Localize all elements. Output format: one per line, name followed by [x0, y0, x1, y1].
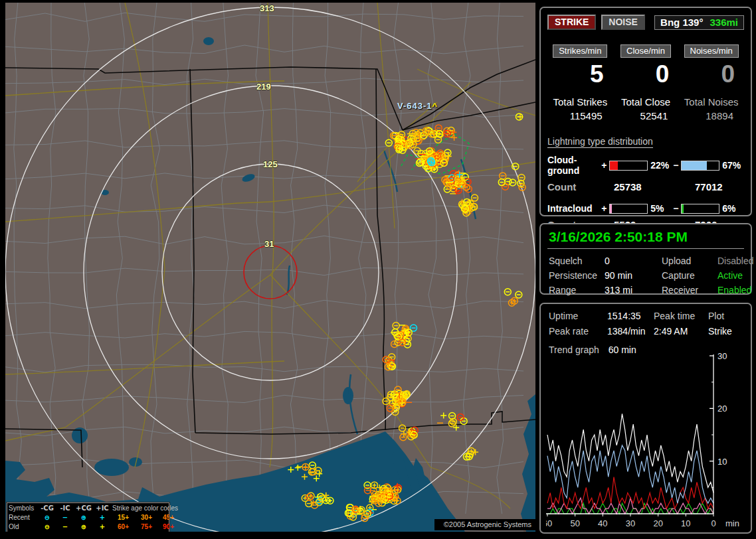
total-close-value: 52541 — [613, 110, 679, 121]
svg-text:30: 30 — [717, 352, 727, 361]
svg-text:20: 20 — [717, 404, 727, 414]
copyright-text: ©2005 Astrogenic Systems — [434, 519, 535, 530]
total-noises-value: 18894 — [678, 110, 744, 121]
noises-per-min-chip: Noises/min — [684, 44, 739, 58]
datetime-display: 3/16/2026 2:50:18 PM — [547, 228, 744, 249]
status-panel: 3/16/2026 2:50:18 PM Squelch 0 Upload Di… — [539, 223, 752, 295]
noise-button[interactable]: NOISE — [601, 15, 645, 30]
trend-series-red — [547, 477, 713, 509]
svg-text:10: 10 — [717, 457, 727, 467]
total-strikes-value: 115495 — [547, 110, 613, 121]
ic-minus-icon: − — [56, 523, 74, 530]
total-strikes-label: Total Strikes — [547, 96, 613, 108]
stats-panel: Uptime 1514:35 Peak time Plot Peak rate … — [539, 303, 752, 534]
total-close-label: Total Close — [613, 96, 679, 108]
strike-button[interactable]: STRIKE — [547, 15, 596, 30]
receiver-status: Enabled — [717, 285, 753, 295]
strikes-per-min-value: 5 — [547, 60, 613, 88]
svg-text:20: 20 — [653, 518, 662, 528]
strike-panel: STRIKE NOISE Bng 139° 336mi Strikes/min … — [539, 7, 752, 216]
trend-graph: 1020306050403020100min — [546, 352, 745, 530]
map-canvas[interactable]: 313 219 125 31 V-643-1^ Symbols -CG -IC … — [5, 3, 535, 532]
svg-text:10: 10 — [681, 518, 690, 528]
bearing-range: 336mi — [709, 17, 738, 28]
trend-series-blue — [547, 445, 713, 503]
intracloud-row: Intracloud + 5% − 6% — [547, 203, 744, 214]
capture-status: Active — [717, 270, 753, 281]
legend-old-row: Old ⊖ − ⊕ + 60+ 75+ 90+ — [7, 522, 169, 531]
bearing-readout: Bng 139° 336mi — [654, 15, 744, 30]
trend-series-white — [547, 414, 713, 493]
ic-plus-icon: + — [94, 523, 111, 530]
range-ring-label-313: 313 — [260, 3, 274, 13]
range-ring-label-31: 31 — [264, 239, 274, 249]
legend-symbols-title: Symbols — [9, 504, 38, 512]
cg-minus-bar — [681, 161, 719, 171]
cg-plus-icon: ⊕ — [74, 514, 94, 521]
svg-text:0: 0 — [711, 518, 715, 528]
svg-text:min: min — [725, 518, 739, 528]
trend-series-pink — [547, 498, 713, 514]
cg-minus-icon: ⊖ — [38, 523, 56, 530]
range-ring-label-219: 219 — [256, 82, 271, 92]
storm-cell-label: V-643-1^ — [397, 101, 438, 111]
cg-plus-icon: ⊕ — [74, 523, 94, 530]
cg-minus-icon: ⊖ — [38, 514, 56, 521]
svg-text:50: 50 — [570, 518, 579, 528]
peak-rate-value: 1384/min — [607, 326, 654, 337]
uptime-value: 1514:35 — [607, 311, 654, 321]
cloud-ground-row: Cloud-ground + 22% − 67% — [547, 155, 744, 176]
total-noises-label: Total Noises — [678, 96, 744, 108]
svg-text:30: 30 — [626, 518, 635, 528]
peak-time-value: 2:49 AM — [654, 326, 708, 337]
cg-plus-bar — [609, 161, 648, 171]
cloud-ground-counts: Count 25738 77012 — [547, 181, 744, 193]
svg-text:60: 60 — [546, 518, 552, 528]
upload-status: Disabled — [717, 256, 753, 266]
bearing-value: Bng 139° — [660, 17, 703, 28]
distribution-title: Lightning type distribution — [547, 136, 653, 148]
noises-per-min-value: 0 — [678, 60, 744, 88]
legend-header-row: Symbols -CG -IC +CG +IC Strike age color… — [7, 503, 169, 512]
map-legend: Symbols -CG -IC +CG +IC Strike age color… — [7, 502, 169, 532]
ic-plus-bar — [609, 204, 648, 214]
legend-recent-row: Recent ⊖ − ⊕ + 15+ 30+ 45+ — [7, 512, 169, 522]
ic-plus-icon: + — [94, 514, 111, 521]
plot-mode-value: Strike — [708, 326, 744, 337]
close-per-min-chip: Close/min — [620, 44, 671, 58]
app-window: { "map": { "copyright": "©2005 Astrogeni… — [0, 0, 756, 539]
ic-minus-bar — [681, 204, 719, 214]
strikes-per-min-chip: Strikes/min — [553, 44, 607, 58]
close-per-min-value: 0 — [613, 60, 679, 88]
ic-minus-icon: − — [56, 514, 74, 521]
svg-text:40: 40 — [598, 518, 607, 528]
range-ring-label-125: 125 — [263, 159, 278, 169]
legend-age-title: Strike age color codes — [111, 504, 179, 512]
